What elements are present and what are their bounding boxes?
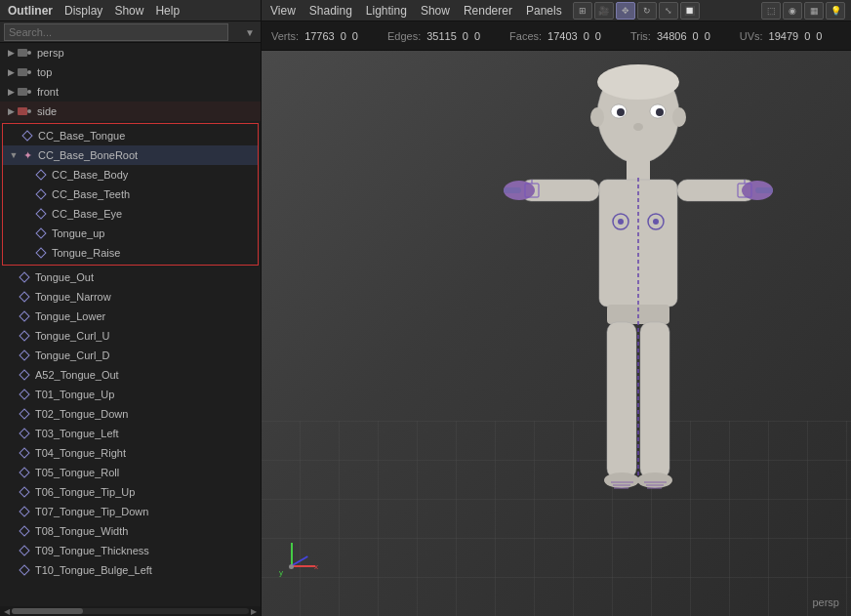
tool-snap[interactable]: 🔲 (680, 2, 700, 20)
mesh-icon-tongue_curl_d (18, 349, 31, 362)
tool-texture[interactable]: ▦ (804, 2, 824, 20)
outliner-item-t01_tongue_up[interactable]: T01_Tongue_Up (0, 385, 261, 404)
stat-edges-label: Edges: (387, 30, 421, 42)
item-label-tongue_lower: Tongue_Lower (35, 310, 105, 322)
stat-tris-val2: 0 (693, 30, 699, 42)
svg-point-1 (590, 107, 604, 127)
camera-icon-side (18, 105, 33, 117)
item-label-eye: CC_Base_Eye (52, 208, 122, 220)
outliner-item-tongue-raise[interactable]: Tongue_Raise (3, 243, 258, 263)
mesh-icon-t06_tongue_tip_up (18, 485, 31, 499)
tool-scale[interactable]: ⤡ (659, 2, 678, 20)
stat-edges: Edges: 35115 0 0 (387, 30, 480, 42)
outliner-list: ▶ persp ▶ top ▶ (0, 43, 261, 606)
outliner-item-t07_tongue_tip_down[interactable]: T07_Tongue_Tip_Down (0, 502, 261, 521)
mesh-icon-tongue (20, 129, 34, 143)
outliner-item-t05_tongue_roll[interactable]: T05_Tongue_Roll (0, 463, 261, 482)
stats-bar: Verts: 17763 0 0 Edges: 35115 0 0 Faces:… (262, 21, 851, 51)
stat-uvs: UVs: 19479 0 0 (740, 30, 823, 42)
svg-point-2 (672, 107, 686, 127)
outliner-item-eye[interactable]: CC_Base_Eye (3, 204, 258, 224)
svg-point-3 (597, 64, 679, 100)
bone-icon-root: ✦ (20, 148, 34, 162)
tool-wireframe[interactable]: ⬚ (761, 2, 781, 20)
stat-faces-val1: 17403 (547, 30, 578, 42)
scroll-right-arrow[interactable]: ▶ (249, 607, 259, 616)
outliner-item-tongue_out[interactable]: Tongue_Out (0, 267, 261, 287)
mesh-icon-tongue_narrow (18, 290, 31, 304)
scroll-left-arrow[interactable]: ◀ (2, 607, 12, 616)
mesh-icon-t04_tongue_right (18, 446, 31, 460)
outliner-item-tongue_curl_u[interactable]: Tongue_Curl_U (0, 326, 261, 346)
mesh-icon-t02_tongue_down (18, 407, 31, 421)
svg-rect-20 (755, 187, 773, 193)
scroll-thumb (12, 608, 83, 614)
tool-smooth[interactable]: ◉ (783, 2, 802, 20)
scroll-track[interactable] (12, 608, 249, 614)
mesh-icon-body (34, 168, 48, 182)
mesh-icon-eye (34, 207, 48, 221)
mesh-icon-tongue-raise (34, 246, 48, 260)
outliner-item-body[interactable]: CC_Base_Body (3, 165, 258, 185)
outliner-item-tongue_curl_d[interactable]: Tongue_Curl_D (0, 346, 261, 365)
outliner-item-tongue_narrow[interactable]: Tongue_Narrow (0, 287, 261, 307)
vp-menu-renderer[interactable]: Renderer (461, 4, 515, 18)
vp-menu-view[interactable]: View (267, 4, 299, 18)
outliner-item-t04_tongue_right[interactable]: T04_Tongue_Right (0, 443, 261, 463)
item-label-tongue_curl_u: Tongue_Curl_U (35, 330, 109, 342)
mesh-icon-t03_tongue_left (18, 427, 31, 440)
outliner-item-cc-tongue[interactable]: CC_Base_Tongue (3, 126, 258, 145)
vp-menu-show[interactable]: Show (418, 4, 453, 18)
search-input[interactable] (4, 23, 228, 41)
extra-items-list: Tongue_Out Tongue_Narrow Tongue_Lower To… (0, 267, 261, 580)
mesh-icon-t09_tongue_thickness (18, 544, 31, 557)
outliner-item-t08_tongue_width[interactable]: T08_Tongue_Width (0, 521, 261, 541)
item-label-t03_tongue_left: T03_Tongue_Left (35, 428, 119, 439)
outliner-item-t02_tongue_down[interactable]: T02_Tongue_Down (0, 404, 261, 424)
search-dropdown-arrow[interactable]: ▼ (245, 26, 255, 37)
outliner-item-persp[interactable]: ▶ persp (0, 43, 261, 62)
outliner-item-t06_tongue_tip_up[interactable]: T06_Tongue_Tip_Up (0, 482, 261, 502)
vp-menu-panels[interactable]: Panels (523, 4, 565, 18)
outliner-menu-help[interactable]: Help (155, 4, 180, 18)
tool-select[interactable]: ⊞ (573, 2, 592, 20)
mesh-icon-t01_tongue_up (18, 388, 31, 401)
outliner-item-top[interactable]: ▶ top (0, 62, 261, 82)
stat-verts-val3: 0 (352, 30, 358, 42)
tool-light[interactable]: 💡 (826, 2, 845, 20)
tool-camera[interactable]: 🎥 (594, 2, 614, 20)
tool-rotate[interactable]: ↻ (637, 2, 657, 20)
outliner-item-front[interactable]: ▶ front (0, 82, 261, 102)
outliner-item-t03_tongue_left[interactable]: T03_Tongue_Left (0, 424, 261, 443)
character-scene: y x (262, 51, 851, 616)
outliner-item-side[interactable]: ▶ side (0, 102, 261, 121)
stat-uvs-val2: 0 (804, 30, 810, 42)
outliner-item-t10_tongue_bulge_left[interactable]: T10_Tongue_Bulge_Left (0, 560, 261, 580)
outliner-item-teeth[interactable]: CC_Base_Teeth (3, 185, 258, 204)
outliner-item-boneroot[interactable]: ▼ ✦ CC_Base_BoneRoot (3, 145, 258, 165)
outliner-item-tongue-up[interactable]: Tongue_up (3, 224, 258, 243)
outliner-item-tongue_lower[interactable]: Tongue_Lower (0, 307, 261, 326)
svg-point-8 (633, 123, 643, 131)
stat-verts-val2: 0 (341, 30, 346, 42)
vp-menu-lighting[interactable]: Lighting (363, 4, 410, 18)
stat-edges-val1: 35115 (426, 30, 457, 42)
item-label-t07_tongue_tip_down: T07_Tongue_Tip_Down (35, 506, 148, 517)
item-label-t08_tongue_width: T08_Tongue_Width (35, 525, 128, 537)
stat-faces: Faces: 17403 0 0 (509, 30, 601, 42)
outliner-item-t09_tongue_thickness[interactable]: T09_Tongue_Thickness (0, 541, 261, 560)
tool-move[interactable]: ✥ (616, 2, 635, 20)
outliner-title: Outliner (8, 4, 53, 18)
camera-icon-front (18, 86, 33, 98)
outliner-header: Outliner Display Show Help (0, 0, 261, 21)
viewport-3d[interactable]: y x persp (262, 51, 851, 616)
svg-point-26 (637, 472, 672, 488)
vp-menu-shading[interactable]: Shading (306, 4, 355, 18)
item-label-t10_tongue_bulge_left: T10_Tongue_Bulge_Left (35, 564, 152, 576)
outliner-menu-show[interactable]: Show (114, 4, 143, 18)
outliner-item-a52_tongue_out[interactable]: A52_Tongue_Out (0, 365, 261, 385)
mesh-icon-tongue_lower (18, 309, 31, 323)
outliner-menu-display[interactable]: Display (64, 4, 102, 18)
svg-point-12 (618, 219, 624, 225)
stat-tris: Tris: 34806 0 0 (630, 30, 710, 42)
